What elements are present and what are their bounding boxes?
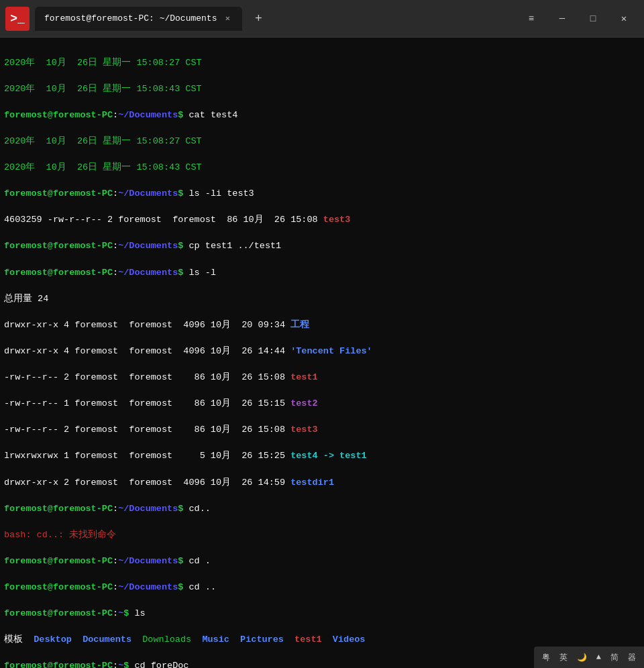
terminal-line: -rw-r--r-- 2 foremost foremost 86 10月 26…	[4, 423, 640, 437]
titlebar: >_ foremost@foremost-PC: ~/Documents ✕ +…	[0, 0, 644, 38]
terminal-line: foremost@foremost-PC:~/Documents$ cd .	[4, 555, 640, 568]
ime-label-5: 简	[610, 652, 619, 663]
terminal-line: 2020年 10月 26日 星期一 15:08:27 CST	[4, 56, 640, 70]
ime-item-6[interactable]: 器	[625, 651, 639, 665]
active-tab[interactable]: foremost@foremost-PC: ~/Documents ✕	[35, 7, 242, 31]
terminal-area[interactable]: 2020年 10月 26日 星期一 15:08:27 CST 2020年 10月…	[0, 38, 644, 668]
terminal-line: drwxr-xr-x 2 foremost foremost 4096 10月 …	[4, 476, 640, 490]
new-tab-button[interactable]: +	[248, 8, 269, 30]
tab-close-button[interactable]: ✕	[222, 13, 233, 24]
terminal-line: foremost@foremost-PC:~/Documents$ cat te…	[4, 109, 640, 122]
terminal-line: 总用量 24	[4, 292, 640, 306]
terminal-line: 模板 Desktop Documents Downloads Music Pic…	[4, 633, 640, 647]
terminal-line: drwxr-xr-x 4 foremost foremost 4096 10月 …	[4, 345, 640, 358]
terminal-line: -rw-r--r-- 2 foremost foremost 86 10月 26…	[4, 371, 640, 384]
terminal-line: 2020年 10月 26日 星期一 15:08:43 CST	[4, 82, 640, 96]
triangle-icon: ▲	[596, 653, 601, 662]
window-controls: ≡ ─ □ ✕	[517, 7, 639, 31]
ime-item-1[interactable]: 粤	[539, 651, 553, 665]
moon-icon: 🌙	[577, 653, 587, 663]
terminal-line: foremost@foremost-PC:~/Documents$ cd ..	[4, 581, 640, 594]
bottom-statusbar: 粤 英 🌙 ▲ 简 器	[534, 647, 644, 668]
terminal-icon-symbol: >_	[10, 12, 25, 25]
terminal-line: drwxr-xr-x 4 foremost foremost 4096 10月 …	[4, 319, 640, 332]
terminal-line: foremost@foremost-PC:~/Documents$ ls -li…	[4, 187, 640, 201]
hamburger-button[interactable]: ≡	[517, 7, 546, 31]
terminal-line: lrwxrwxrwx 1 foremost foremost 5 10月 26 …	[4, 449, 640, 463]
ime-label-6: 器	[628, 652, 636, 663]
terminal-line: foremost@foremost-PC:~/Documents$ cd..	[4, 502, 640, 516]
terminal-line: foremost@foremost-PC:~$ ls	[4, 607, 640, 620]
close-button[interactable]: ✕	[609, 7, 639, 31]
terminal-line: 2020年 10月 26日 星期一 15:08:27 CST	[4, 135, 640, 148]
terminal-line: foremost@foremost-PC:~/Documents$ cp tes…	[4, 239, 640, 253]
terminal-line: 4603259 -rw-r--r-- 2 foremost foremost 8…	[4, 213, 640, 227]
ime-label-1: 粤	[542, 652, 550, 663]
ime-label-2: 英	[559, 652, 568, 663]
terminal-line: bash: cd..: 未找到命令	[4, 528, 640, 542]
ime-item-3[interactable]: 🌙	[574, 651, 590, 664]
ime-item-4[interactable]: ▲	[594, 651, 604, 663]
minimize-button[interactable]: ─	[547, 7, 577, 31]
terminal-line: foremost@foremost-PC:~/Documents$ ls -l	[4, 266, 640, 280]
ime-item-5[interactable]: 简	[608, 651, 621, 665]
maximize-button[interactable]: □	[578, 7, 608, 31]
tab-label: foremost@foremost-PC: ~/Documents	[44, 13, 217, 23]
app-icon: >_	[5, 7, 30, 31]
terminal-line: 2020年 10月 26日 星期一 15:08:43 CST	[4, 161, 640, 174]
ime-item-2[interactable]: 英	[557, 651, 570, 665]
terminal-line: -rw-r--r-- 1 foremost foremost 86 10月 26…	[4, 397, 640, 410]
